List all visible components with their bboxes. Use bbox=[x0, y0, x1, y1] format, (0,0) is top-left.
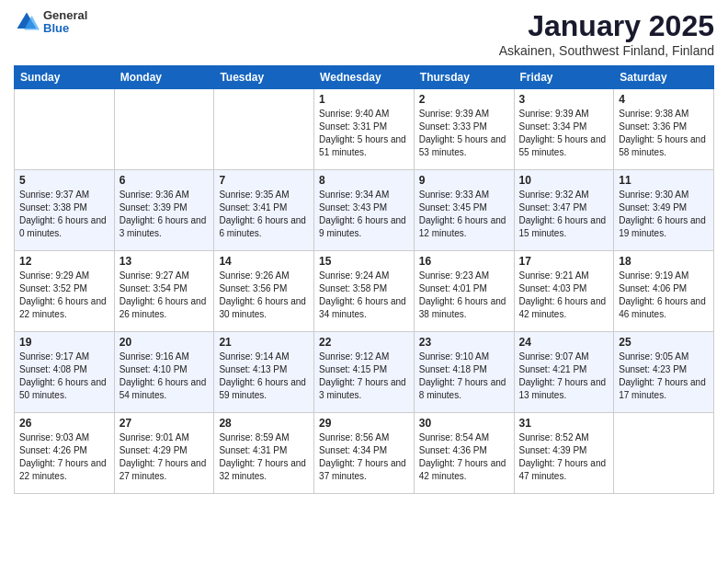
day-info: Sunrise: 8:59 AM Sunset: 4:31 PM Dayligh… bbox=[219, 431, 309, 483]
calendar-cell: 12Sunrise: 9:29 AM Sunset: 3:52 PM Dayli… bbox=[15, 251, 115, 332]
day-number: 24 bbox=[519, 336, 609, 349]
day-number: 18 bbox=[619, 255, 709, 268]
day-number: 13 bbox=[119, 255, 210, 268]
calendar: SundayMondayTuesdayWednesdayThursdayFrid… bbox=[14, 65, 714, 494]
calendar-cell: 31Sunrise: 8:52 AM Sunset: 4:39 PM Dayli… bbox=[514, 413, 614, 494]
calendar-body: 1Sunrise: 9:40 AM Sunset: 3:31 PM Daylig… bbox=[15, 89, 714, 494]
calendar-cell: 1Sunrise: 9:40 AM Sunset: 3:31 PM Daylig… bbox=[314, 89, 415, 170]
day-number: 25 bbox=[619, 336, 709, 349]
weekday-header: Wednesday bbox=[314, 66, 415, 89]
day-info: Sunrise: 9:07 AM Sunset: 4:21 PM Dayligh… bbox=[519, 350, 609, 402]
calendar-cell: 7Sunrise: 9:35 AM Sunset: 3:41 PM Daylig… bbox=[214, 170, 314, 251]
calendar-cell: 25Sunrise: 9:05 AM Sunset: 4:23 PM Dayli… bbox=[614, 332, 714, 413]
calendar-week-row: 1Sunrise: 9:40 AM Sunset: 3:31 PM Daylig… bbox=[15, 89, 714, 170]
calendar-header: SundayMondayTuesdayWednesdayThursdayFrid… bbox=[15, 66, 714, 89]
day-info: Sunrise: 9:35 AM Sunset: 3:41 PM Dayligh… bbox=[219, 189, 309, 240]
day-number: 15 bbox=[319, 255, 409, 268]
calendar-cell: 18Sunrise: 9:19 AM Sunset: 4:06 PM Dayli… bbox=[614, 251, 714, 332]
calendar-cell: 4Sunrise: 9:38 AM Sunset: 3:36 PM Daylig… bbox=[614, 89, 714, 170]
day-number: 11 bbox=[619, 174, 709, 187]
calendar-cell: 17Sunrise: 9:21 AM Sunset: 4:03 PM Dayli… bbox=[514, 251, 614, 332]
calendar-cell: 24Sunrise: 9:07 AM Sunset: 4:21 PM Dayli… bbox=[514, 332, 614, 413]
day-info: Sunrise: 9:29 AM Sunset: 3:52 PM Dayligh… bbox=[19, 270, 109, 321]
calendar-week-row: 19Sunrise: 9:17 AM Sunset: 4:08 PM Dayli… bbox=[15, 332, 714, 413]
calendar-cell: 16Sunrise: 9:23 AM Sunset: 4:01 PM Dayli… bbox=[414, 251, 514, 332]
day-number: 2 bbox=[419, 93, 509, 106]
day-info: Sunrise: 9:12 AM Sunset: 4:15 PM Dayligh… bbox=[319, 350, 409, 402]
month-title: January 2025 bbox=[499, 9, 714, 43]
calendar-cell: 8Sunrise: 9:34 AM Sunset: 3:43 PM Daylig… bbox=[314, 170, 415, 251]
day-info: Sunrise: 9:21 AM Sunset: 4:03 PM Dayligh… bbox=[519, 270, 609, 321]
day-number: 12 bbox=[19, 255, 109, 268]
day-number: 6 bbox=[119, 174, 210, 187]
calendar-cell: 15Sunrise: 9:24 AM Sunset: 3:58 PM Dayli… bbox=[314, 251, 415, 332]
calendar-cell: 5Sunrise: 9:37 AM Sunset: 3:38 PM Daylig… bbox=[15, 170, 115, 251]
calendar-cell: 13Sunrise: 9:27 AM Sunset: 3:54 PM Dayli… bbox=[114, 251, 214, 332]
weekday-header: Tuesday bbox=[214, 66, 314, 89]
day-number: 19 bbox=[19, 336, 109, 349]
day-number: 29 bbox=[319, 417, 409, 430]
day-info: Sunrise: 8:56 AM Sunset: 4:34 PM Dayligh… bbox=[319, 431, 409, 483]
weekday-header: Thursday bbox=[414, 66, 514, 89]
calendar-cell bbox=[15, 89, 115, 170]
calendar-cell: 21Sunrise: 9:14 AM Sunset: 4:13 PM Dayli… bbox=[214, 332, 314, 413]
day-info: Sunrise: 9:34 AM Sunset: 3:43 PM Dayligh… bbox=[319, 189, 409, 240]
day-number: 17 bbox=[519, 255, 609, 268]
day-number: 28 bbox=[219, 417, 309, 430]
day-info: Sunrise: 9:33 AM Sunset: 3:45 PM Dayligh… bbox=[419, 189, 509, 240]
day-info: Sunrise: 9:38 AM Sunset: 3:36 PM Dayligh… bbox=[619, 108, 709, 159]
day-info: Sunrise: 9:36 AM Sunset: 3:39 PM Dayligh… bbox=[119, 189, 210, 240]
day-info: Sunrise: 9:19 AM Sunset: 4:06 PM Dayligh… bbox=[619, 270, 709, 321]
calendar-cell: 14Sunrise: 9:26 AM Sunset: 3:56 PM Dayli… bbox=[214, 251, 314, 332]
calendar-cell: 22Sunrise: 9:12 AM Sunset: 4:15 PM Dayli… bbox=[314, 332, 415, 413]
calendar-cell bbox=[614, 413, 714, 494]
calendar-cell: 30Sunrise: 8:54 AM Sunset: 4:36 PM Dayli… bbox=[414, 413, 514, 494]
day-number: 16 bbox=[419, 255, 509, 268]
calendar-cell: 27Sunrise: 9:01 AM Sunset: 4:29 PM Dayli… bbox=[114, 413, 214, 494]
day-number: 21 bbox=[219, 336, 309, 349]
day-info: Sunrise: 9:16 AM Sunset: 4:10 PM Dayligh… bbox=[119, 350, 210, 402]
calendar-cell: 29Sunrise: 8:56 AM Sunset: 4:34 PM Dayli… bbox=[314, 413, 415, 494]
day-number: 7 bbox=[219, 174, 309, 187]
day-number: 14 bbox=[219, 255, 309, 268]
title-block: January 2025 Askainen, Southwest Finland… bbox=[499, 9, 714, 58]
weekday-header: Saturday bbox=[614, 66, 714, 89]
day-info: Sunrise: 8:52 AM Sunset: 4:39 PM Dayligh… bbox=[519, 431, 609, 483]
calendar-cell bbox=[114, 89, 214, 170]
location: Askainen, Southwest Finland, Finland bbox=[499, 43, 714, 58]
day-info: Sunrise: 9:01 AM Sunset: 4:29 PM Dayligh… bbox=[119, 431, 210, 483]
day-info: Sunrise: 9:14 AM Sunset: 4:13 PM Dayligh… bbox=[219, 350, 309, 402]
day-info: Sunrise: 9:10 AM Sunset: 4:18 PM Dayligh… bbox=[419, 350, 509, 402]
calendar-cell bbox=[214, 89, 314, 170]
day-info: Sunrise: 9:30 AM Sunset: 3:49 PM Dayligh… bbox=[619, 189, 709, 240]
day-number: 27 bbox=[119, 417, 210, 430]
calendar-cell: 9Sunrise: 9:33 AM Sunset: 3:45 PM Daylig… bbox=[414, 170, 514, 251]
calendar-week-row: 5Sunrise: 9:37 AM Sunset: 3:38 PM Daylig… bbox=[15, 170, 714, 251]
day-info: Sunrise: 9:32 AM Sunset: 3:47 PM Dayligh… bbox=[519, 189, 609, 240]
logo-icon bbox=[14, 9, 40, 35]
day-number: 5 bbox=[19, 174, 109, 187]
day-info: Sunrise: 9:40 AM Sunset: 3:31 PM Dayligh… bbox=[319, 108, 409, 159]
weekday-header: Friday bbox=[514, 66, 614, 89]
day-info: Sunrise: 9:03 AM Sunset: 4:26 PM Dayligh… bbox=[19, 431, 109, 483]
day-number: 4 bbox=[619, 93, 709, 106]
weekday-header: Sunday bbox=[15, 66, 115, 89]
calendar-cell: 20Sunrise: 9:16 AM Sunset: 4:10 PM Dayli… bbox=[114, 332, 214, 413]
day-info: Sunrise: 9:27 AM Sunset: 3:54 PM Dayligh… bbox=[119, 270, 210, 321]
day-number: 9 bbox=[419, 174, 509, 187]
day-number: 3 bbox=[519, 93, 609, 106]
day-info: Sunrise: 9:39 AM Sunset: 3:34 PM Dayligh… bbox=[519, 108, 609, 159]
calendar-cell: 19Sunrise: 9:17 AM Sunset: 4:08 PM Dayli… bbox=[15, 332, 115, 413]
logo-general: General bbox=[43, 9, 87, 22]
calendar-cell: 10Sunrise: 9:32 AM Sunset: 3:47 PM Dayli… bbox=[514, 170, 614, 251]
day-info: Sunrise: 9:05 AM Sunset: 4:23 PM Dayligh… bbox=[619, 350, 709, 402]
calendar-cell: 23Sunrise: 9:10 AM Sunset: 4:18 PM Dayli… bbox=[414, 332, 514, 413]
day-number: 31 bbox=[519, 417, 609, 430]
calendar-cell: 11Sunrise: 9:30 AM Sunset: 3:49 PM Dayli… bbox=[614, 170, 714, 251]
calendar-cell: 2Sunrise: 9:39 AM Sunset: 3:33 PM Daylig… bbox=[414, 89, 514, 170]
calendar-cell: 6Sunrise: 9:36 AM Sunset: 3:39 PM Daylig… bbox=[114, 170, 214, 251]
day-number: 20 bbox=[119, 336, 210, 349]
weekday-header: Monday bbox=[114, 66, 214, 89]
day-info: Sunrise: 8:54 AM Sunset: 4:36 PM Dayligh… bbox=[419, 431, 509, 483]
weekday-row: SundayMondayTuesdayWednesdayThursdayFrid… bbox=[15, 66, 714, 89]
